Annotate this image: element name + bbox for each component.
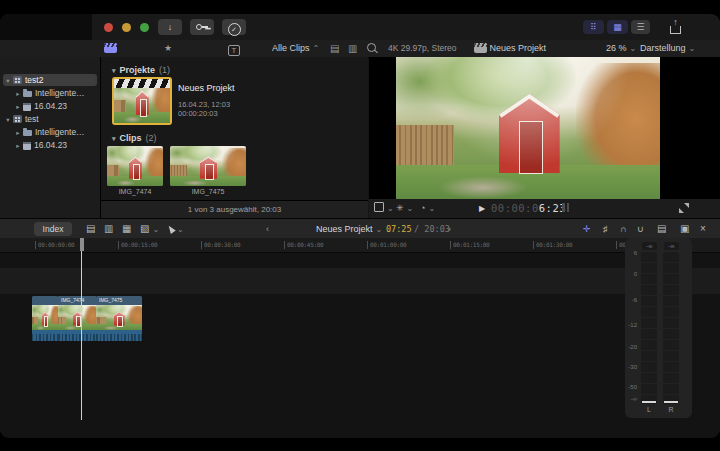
library-icon — [13, 115, 22, 123]
play-button[interactable]: ▶ — [479, 199, 485, 218]
view-options-dropdown[interactable]: Darstellung⌄ — [640, 40, 695, 57]
zoom-window-button[interactable] — [140, 23, 149, 32]
solo-toggle[interactable]: ∩ — [620, 219, 626, 239]
fullscreen-button[interactable] — [679, 199, 689, 218]
project-date: 16.04.23, 12:03 — [178, 100, 230, 109]
tab-photos-audio[interactable]: ★ — [164, 40, 172, 57]
event-icon — [23, 142, 31, 150]
retime-dropdown[interactable]: ◔⌄ — [420, 199, 435, 218]
ruler-label: 00:01:30:00 — [533, 241, 572, 249]
viewer-title: Neues Projekt — [474, 40, 546, 57]
forward-icon: › — [448, 224, 451, 234]
main-area: ▾test2 ▸Intelligente… ▸16.04.23 ▾test ▸I… — [0, 57, 720, 218]
garden-light-wash — [58, 305, 96, 330]
meter-scale-label: -20 — [625, 344, 637, 350]
show-browser-button[interactable]: ⠿ — [583, 20, 604, 34]
project-name[interactable]: Neues Projekt — [178, 83, 235, 93]
overwrite-edit-dropdown[interactable]: ▧⌄ — [140, 219, 159, 239]
append-edit-button[interactable]: ▦ — [122, 219, 131, 239]
meter-scale-label: -50 — [625, 384, 637, 390]
meter-scale-label: 6 — [625, 250, 637, 256]
chevron-down-icon: ⌄ — [152, 225, 159, 234]
show-inspector-button[interactable]: ☰ — [631, 20, 650, 34]
sidebar-item-event[interactable]: ▸16.04.23 — [3, 100, 97, 112]
disclosure-triangle-icon[interactable]: ▾ — [112, 135, 116, 142]
timeline-clip[interactable] — [32, 296, 58, 341]
disclosure-triangle-icon[interactable]: ▾ — [3, 75, 13, 86]
garden-light-wash — [107, 146, 163, 186]
timeline-project-dropdown[interactable]: Neues Projekt⌄ — [316, 219, 382, 239]
sidebar-item-library-test[interactable]: ▾test — [3, 113, 97, 125]
timeline-clip-selected[interactable]: IMG_7474 — [58, 296, 96, 341]
sidebar-item-event[interactable]: ▸16.04.23 — [3, 139, 97, 151]
sidebar-item-smart-collection[interactable]: ▸Intelligente… — [3, 126, 97, 138]
timer-icon: ◔ — [420, 203, 425, 213]
filmstrip-view-button[interactable]: ▤ — [330, 40, 339, 57]
disclosure-triangle-icon[interactable]: ▸ — [13, 101, 23, 112]
clip-filter-dropdown[interactable]: Alle Clips⌃ — [272, 40, 319, 57]
close-window-button[interactable] — [104, 23, 113, 32]
sidebar-item-smart-collection[interactable]: ▸Intelligente… — [3, 87, 97, 99]
chevron-down-icon: ⌄ — [630, 44, 637, 53]
audio-meters-panel: -∞ -∞ 6 0 -6 -12 -20 -30 -50 -∞ L R — [625, 238, 692, 418]
timeline-ruler[interactable]: 00:00:00:00 00:00:15:00 00:00:30:00 00:0… — [0, 238, 720, 253]
browser-clip-thumbnail[interactable] — [170, 146, 246, 186]
keyword-editor-button[interactable] — [190, 19, 214, 35]
share-icon: ↑ — [670, 26, 681, 34]
ruler-label: 00:01:00:00 — [367, 241, 406, 249]
disclosure-triangle-icon[interactable]: ▾ — [112, 67, 116, 74]
timeline-clip[interactable]: IMG_7475 — [96, 296, 142, 341]
sidebar-item-library-test2[interactable]: ▾test2 — [3, 74, 97, 86]
clip-thumbnail-image — [170, 146, 246, 186]
show-timeline-button[interactable]: ▦ — [607, 20, 628, 34]
tab-titles-generators[interactable]: T — [228, 40, 240, 57]
project-thumbnail[interactable] — [112, 77, 172, 125]
timeline-lane — [0, 268, 720, 294]
clip-thumbnail-image — [107, 146, 163, 186]
clapper-icon — [104, 43, 117, 53]
chevron-down-icon: ⌄ — [428, 204, 435, 213]
background-tasks-button[interactable]: ✓ — [222, 19, 246, 35]
event-icon — [23, 103, 31, 111]
tool-dropdown[interactable]: ⌄ — [168, 219, 184, 239]
clip-title-bar: IMG_7474 — [58, 296, 96, 305]
share-button[interactable]: ↑ — [666, 20, 685, 34]
minimize-window-button[interactable] — [122, 23, 131, 32]
viewer-garden-scene — [396, 57, 660, 199]
list-view-button[interactable]: ▥ — [348, 40, 357, 57]
check-circle-icon: ✓ — [228, 23, 241, 36]
index-button[interactable]: Index — [34, 222, 72, 236]
import-media-button[interactable]: ↓ — [158, 19, 182, 35]
disclosure-triangle-icon[interactable]: ▸ — [13, 88, 23, 99]
insert-edit-button[interactable]: ▥ — [104, 219, 113, 239]
crop-tool-dropdown[interactable]: ⌄ — [374, 199, 394, 218]
projects-section-header[interactable]: ▾Projekte(1) — [112, 65, 170, 75]
meter-channel-label: R — [663, 406, 679, 413]
disclosure-triangle-icon[interactable]: ▸ — [13, 127, 23, 138]
browser-clip-thumbnail[interactable] — [107, 146, 163, 186]
tab-library-browser[interactable] — [104, 40, 117, 57]
disclosure-triangle-icon[interactable]: ▾ — [3, 114, 13, 125]
next-project-button[interactable]: › — [448, 219, 451, 239]
audio-skimming-toggle[interactable]: ♯ — [603, 219, 608, 239]
search-button[interactable] — [367, 40, 376, 57]
dual-pane-button[interactable]: ▣ — [680, 219, 689, 239]
enhance-dropdown[interactable]: ✳⌄ — [396, 199, 413, 218]
clips-section-header[interactable]: ▾Clips(2) — [112, 133, 157, 143]
playhead[interactable] — [81, 238, 82, 420]
format-info: 4K 29.97p, Stereo — [388, 40, 457, 57]
disclosure-triangle-icon[interactable]: ▸ — [13, 140, 23, 151]
skimming-toggle[interactable]: ✛ — [583, 219, 591, 239]
snapping-toggle[interactable]: ∪ — [637, 219, 644, 239]
connect-edit-button[interactable]: ▤ — [86, 219, 95, 239]
clapper-icon — [474, 43, 487, 53]
insert-icon: ▥ — [104, 223, 113, 234]
viewer-zoom-dropdown[interactable]: 26 %⌄ — [606, 40, 636, 57]
previous-project-button[interactable]: ‹ — [266, 219, 269, 239]
mini-audio-meters[interactable] — [562, 199, 571, 218]
timeline-timecode: 07:25 / 20:03 — [386, 219, 450, 239]
browser-status-bar: 1 von 3 ausgewählt, 20:03 — [101, 200, 368, 218]
close-timeline-button[interactable]: × — [700, 219, 706, 239]
clip-appearance-button[interactable]: ▤ — [657, 219, 666, 239]
ruler-label: 00:00:15:00 — [118, 241, 157, 249]
